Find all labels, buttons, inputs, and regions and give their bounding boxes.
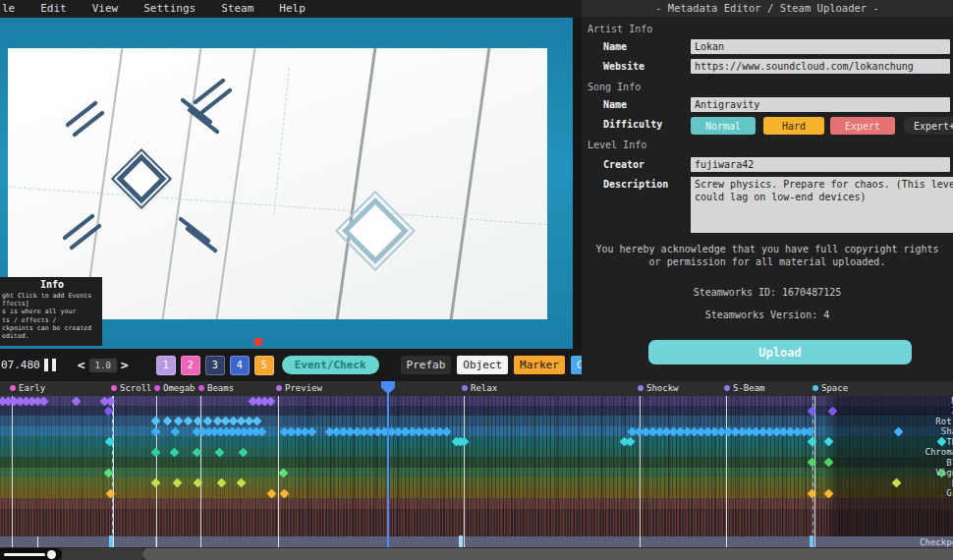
checkpoint-tick (37, 536, 38, 547)
slash-obstacle (185, 226, 218, 253)
track-waveform[interactable] (0, 509, 953, 536)
slash-obstacle (178, 216, 211, 244)
section-level-info: Level Info (588, 140, 646, 150)
bookmark-dot (462, 385, 468, 391)
slash-obstacle (62, 213, 95, 241)
difficulty-normal[interactable]: Normal (691, 117, 756, 135)
bookmark-relax[interactable]: Relax (462, 383, 497, 393)
zoom-slider-knob[interactable] (47, 550, 56, 559)
bookmark-early[interactable]: Early (10, 383, 45, 393)
timeline-tracks[interactable]: Checkpo MZRot.ShaThChromaBlVignLGr (0, 396, 953, 547)
info-tooltip-line: edited. (2, 332, 102, 340)
bookmark-shockw[interactable]: Shockw (638, 383, 679, 393)
description-label: Description (603, 179, 668, 190)
menu-item-settings[interactable]: Settings (131, 0, 208, 18)
event-check-toggle[interactable]: Event/Check (282, 356, 379, 374)
layer-chip-2[interactable]: 2 (181, 356, 200, 375)
mode-button-prefab[interactable]: Prefab (401, 356, 452, 374)
bookmark-beams[interactable]: Beams (198, 383, 234, 393)
upload-button[interactable]: Upload (648, 340, 912, 364)
checkpoint-line (813, 396, 813, 547)
bookmark-space[interactable]: Space (813, 383, 848, 393)
track-vign[interactable]: Vign (0, 468, 953, 477)
description-input[interactable]: Screw physics. Prepare for chaos. (This … (691, 177, 953, 233)
steamworks-version: Steamworks Version: 4 (582, 309, 953, 320)
bookmark-label: Scroll (120, 383, 152, 393)
bookmark-dot (724, 385, 730, 391)
track-label: Bl (946, 458, 953, 468)
steamworks-id: Steamworks ID: 1670487125 (582, 287, 953, 298)
panel-divider (573, 18, 582, 349)
track-waveform[interactable] (0, 498, 953, 509)
bookmark-preview[interactable]: Preview (276, 383, 322, 393)
menu-item-le[interactable]: le (0, 0, 28, 18)
checkpoint-track-label: Checkpo (920, 537, 953, 547)
scrollbar-track[interactable] (62, 548, 142, 560)
bookmark-row[interactable]: EarlyScrollOmegabBeamsPreviewRelaxShockw… (0, 381, 953, 396)
bookmark-label: Space (821, 383, 848, 393)
layer-chip-4[interactable]: 4 (230, 356, 250, 375)
scrollbar-thumb[interactable] (142, 548, 953, 560)
bookmark-omegab[interactable]: Omegab (154, 383, 196, 393)
track-l[interactable]: L (0, 477, 953, 488)
bookmark-line (12, 396, 13, 547)
track-rot.[interactable]: Rot. (0, 416, 953, 426)
pause-button[interactable] (44, 359, 56, 371)
menu-item-edit[interactable]: Edit (28, 0, 80, 18)
info-tooltip-body: ght Click to add Eventsffects]s is where… (2, 292, 102, 340)
bookmark-line (640, 396, 641, 547)
info-tooltip-line: ffects] (2, 300, 102, 308)
slash-obstacle (193, 78, 226, 105)
bookmark-label: Preview (285, 383, 322, 393)
website-input[interactable]: https://www.soundcloud.com/lokanchung (691, 59, 950, 74)
editor-toolbar: 07.480 < 1.0 > 12345 Event/Check PrefabO… (0, 349, 582, 381)
menu-item-view[interactable]: View (80, 0, 132, 18)
app-window: leEditViewSettingsSteamHelp Inf (0, 0, 953, 560)
guide-dashed-line (273, 68, 290, 214)
track-label: Th (946, 437, 953, 447)
track-label: Gr (946, 488, 953, 498)
layer-chip-1[interactable]: 1 (156, 356, 176, 375)
menu-item-steam[interactable]: Steam (208, 0, 266, 18)
bookmark-label: Shockw (646, 383, 679, 393)
checkpoint-tick (155, 536, 156, 547)
mode-button-marker[interactable]: Marker (514, 356, 565, 374)
track-m[interactable]: M (0, 396, 953, 406)
difficulty-expert[interactable]: Expert (830, 117, 895, 135)
artist-name-label: Name (603, 41, 627, 52)
bookmark-dot (154, 385, 160, 391)
menu-item-help[interactable]: Help (266, 0, 318, 18)
speed-decrease-button[interactable]: < (78, 358, 85, 372)
mode-button-object[interactable]: Object (457, 356, 508, 374)
beam-line (331, 48, 379, 319)
playhead-line (387, 382, 389, 547)
info-tooltip-line: s is where all your (2, 308, 102, 315)
section-song-info: Song Info (588, 82, 641, 92)
copyright-acknowledgement: You hereby acknowledge that you have ful… (582, 243, 953, 268)
section-artist-info: Artist Info (588, 24, 652, 34)
bookmark-scroll[interactable]: Scroll (111, 383, 152, 393)
song-name-label: Name (603, 99, 627, 110)
bookmark-label: Relax (471, 383, 497, 393)
checkpoint-marker[interactable] (109, 535, 113, 547)
bookmark-dot (111, 385, 117, 391)
layer-chip-5[interactable]: 5 (254, 356, 274, 375)
checkpoint-marker[interactable] (459, 535, 463, 547)
layer-chip-3[interactable]: 3 (205, 356, 225, 375)
bookmark-line (814, 396, 815, 547)
creator-input[interactable]: fujiwara42 (691, 157, 950, 172)
timeline-zoom-slider[interactable] (0, 548, 62, 560)
difficulty-hard[interactable]: Hard (763, 117, 824, 135)
artist-name-input[interactable]: Lokan (691, 39, 950, 54)
bookmark-s-beam[interactable]: S-Beam (724, 383, 765, 393)
info-tooltip-line: ts / effects / (2, 316, 102, 324)
track-chroma[interactable]: Chroma (0, 447, 953, 457)
info-tooltip-line: ckpoints can be created (2, 324, 102, 332)
song-name-input[interactable]: Antigravity (691, 97, 950, 112)
speed-increase-button[interactable]: > (121, 358, 129, 372)
checkpoint-marker[interactable] (810, 535, 813, 547)
speed-value: 1.0 (89, 359, 117, 372)
difficulty-expert-plus[interactable]: Expert+ (903, 117, 953, 135)
track-label: Chroma (925, 447, 953, 457)
bookmark-dot (276, 385, 282, 391)
